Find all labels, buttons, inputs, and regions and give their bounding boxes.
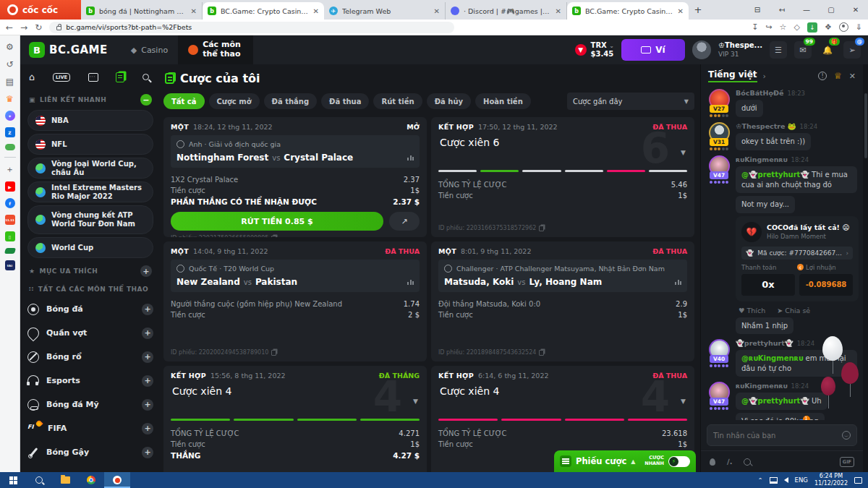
sidebar-item-atp-finals[interactable]: Vòng chung kết ATP World Tour Đơn Nam	[27, 205, 153, 234]
bet-card[interactable]: MỘT8:01, 9 thg 11, 2022ĐÃ THUA Challenge…	[431, 241, 694, 361]
chat-username[interactable]: ♔Thespectre 🐸	[736, 122, 796, 130]
file-explorer-icon[interactable]	[52, 472, 78, 488]
copy-icon[interactable]	[539, 350, 544, 356]
rewards-crown-icon[interactable]: ♛	[4, 93, 15, 104]
currency-selector[interactable]: ▼ TRX ⌄ $3.45	[575, 41, 614, 59]
event-box[interactable]: Anh · Giải vô địch quốc gia Nottingham F…	[171, 135, 420, 168]
chevron-right-icon[interactable]: ›	[763, 72, 766, 81]
filter-lost[interactable]: Đã thua	[321, 93, 369, 109]
history-icon[interactable]: ↺	[4, 59, 15, 69]
nav-casino[interactable]: ◆ Casino	[121, 35, 178, 64]
chat-close-icon[interactable]: ✕	[849, 72, 856, 81]
bet-slip-button[interactable]: Phiếu cược ▲ CƯỢC NHANH ⚡	[554, 450, 696, 472]
sidebar-item-nba[interactable]: NBA	[27, 110, 153, 131]
filter-cancelled[interactable]: Đã hủy	[427, 93, 471, 109]
sidebar-item-am-football[interactable]: Bóng đá Mỹ+	[27, 393, 153, 416]
new-tab-button[interactable]: +	[689, 0, 707, 20]
sidebar-item-soccer[interactable]: Bóng đá+	[27, 297, 153, 321]
network-icon[interactable]	[770, 477, 778, 484]
browser-tab[interactable]: · Discord | #🎮games | BC G✕	[446, 2, 567, 20]
copy-icon[interactable]	[271, 236, 276, 238]
tab-close-icon[interactable]: ✕	[191, 7, 197, 15]
stats-icon[interactable]	[407, 155, 414, 160]
shopee-sale-icon[interactable]: 11.11	[5, 215, 15, 225]
save-page-icon[interactable]: ↧	[752, 22, 758, 32]
filter-all[interactable]: Tất cả	[163, 93, 205, 109]
avatar[interactable]	[692, 40, 711, 59]
cashout-button[interactable]: RÚT TIỀN 0.85 $	[171, 212, 383, 231]
event-box[interactable]: Challenger · ATP Challenger Matsuyama, N…	[438, 260, 687, 292]
close-button[interactable]: ✕	[843, 6, 868, 14]
battery-app-icon[interactable]: ▯	[5, 231, 15, 241]
quick-bet-toggle[interactable]: ⚡	[668, 456, 690, 467]
taskbar-search-icon[interactable]	[26, 472, 52, 488]
browser-tab[interactable]: bbóng đá | Nottingham Forest✕	[81, 2, 203, 20]
share-bet-button[interactable]: ↗	[389, 212, 420, 231]
minimize-button[interactable]: —	[794, 6, 819, 14]
sidebar-item-iem-rio[interactable]: Intel Extreme Masters Rio Major 2022	[27, 181, 153, 202]
rain-icon[interactable]	[710, 458, 715, 466]
address-bar[interactable]: bc.game/vi/sports?bt-path=%2Fbets	[49, 22, 454, 33]
mention[interactable]: @👻prettyhurt👻	[741, 397, 809, 405]
coccoc-taskbar-icon[interactable]	[104, 472, 130, 488]
show-hidden-icons[interactable]: ⌃	[757, 476, 762, 484]
plug-icon[interactable]	[744, 458, 751, 466]
coccoc-brand[interactable]: cốc cốc	[0, 0, 81, 20]
sidebar-toggle-icon[interactable]: ⊟	[745, 6, 770, 14]
chat-username[interactable]: 👻prettyhurt👻	[736, 339, 793, 347]
promo-button[interactable]: ➢@	[843, 41, 861, 59]
sidebar-item-world-cup[interactable]: World Cup	[27, 237, 153, 258]
trophy-icon[interactable]: ♕	[834, 71, 842, 81]
chevron-down-icon[interactable]: ▼	[413, 398, 418, 405]
back-arrow-icon[interactable]: ↤	[770, 6, 794, 14]
browser-tab[interactable]: ✈Telegram Web✕	[324, 2, 446, 20]
stats-icon[interactable]	[407, 280, 414, 285]
profile-icon[interactable]	[839, 22, 848, 32]
maximize-button[interactable]: ▢	[819, 6, 843, 14]
extensions-icon[interactable]: ❖	[825, 22, 832, 32]
emoji-icon[interactable]	[842, 431, 851, 440]
gif-icon[interactable]: GIF	[840, 457, 854, 467]
user-menu-button[interactable]: ☰	[770, 41, 787, 59]
tab-close-icon[interactable]: ✕	[434, 7, 440, 15]
expand-button[interactable]: +	[142, 399, 153, 411]
copy-icon[interactable]	[539, 226, 544, 231]
action-center-icon[interactable]	[854, 477, 862, 484]
forward-button[interactable]: →	[20, 22, 27, 33]
nav-sports[interactable]: Các môn thể thao	[178, 35, 253, 64]
chat-language-tab[interactable]: Tiếng việt	[708, 69, 757, 82]
share-icon[interactable]: ↪	[765, 22, 772, 32]
bcgame-logo-icon[interactable]: B	[29, 42, 45, 58]
sidebar-item-tennis[interactable]: Quần vợt+	[27, 321, 153, 345]
tab-close-icon[interactable]: ✕	[556, 7, 561, 15]
browser-tab[interactable]: bBC.Game: Crypto Casino Gam✕	[203, 2, 324, 20]
bcgame-logo-text[interactable]: BC.GAME	[49, 43, 108, 56]
notifications-bell-button[interactable]: 🔔🎁	[819, 41, 836, 59]
sidebar-item-fifa[interactable]: FIFIFA+	[27, 416, 153, 440]
expand-button[interactable]: +	[142, 447, 153, 458]
messenger-icon[interactable]: ✦	[5, 111, 15, 121]
add-shortcut-icon[interactable]: ＋	[4, 164, 15, 175]
chat-username[interactable]: ʀᴜKingmenʀᴜ	[736, 382, 788, 390]
chrome-icon[interactable]	[78, 472, 104, 488]
expand-button[interactable]: +	[142, 304, 153, 315]
bet-card[interactable]: KẾT HỢP17:50, 12 thg 11, 2022ĐÃ THUA Cượ…	[431, 117, 694, 237]
clock[interactable]: 6:24 PM11/12/2022	[814, 473, 848, 487]
stats-icon[interactable]	[675, 280, 681, 285]
reload-button[interactable]: ↻	[35, 22, 42, 33]
collapse-button[interactable]: −	[140, 94, 152, 106]
mail-button[interactable]: ✉99	[794, 41, 812, 59]
tab-close-icon[interactable]: ✕	[313, 7, 319, 15]
wallet-button[interactable]: Ví	[621, 39, 685, 61]
filter-cashout[interactable]: Rút tiền	[373, 93, 422, 109]
chat-username[interactable]: BócBátHọĐề	[736, 89, 783, 97]
my-bets-icon[interactable]	[116, 72, 124, 82]
graduation-hat-icon[interactable]	[4, 248, 15, 254]
share-button[interactable]: ➤ Chia sẻ	[777, 307, 810, 314]
expand-button[interactable]: +	[142, 375, 153, 387]
sidebar-item-nfl[interactable]: NFL	[27, 134, 153, 155]
filter-won[interactable]: Đã thắng	[264, 93, 318, 109]
live-icon[interactable]: LIVE	[53, 73, 70, 82]
hilo-bet-id-row[interactable]: 👻Mã cược: #7770842667...›	[741, 247, 853, 260]
volume-icon[interactable]	[784, 477, 788, 483]
